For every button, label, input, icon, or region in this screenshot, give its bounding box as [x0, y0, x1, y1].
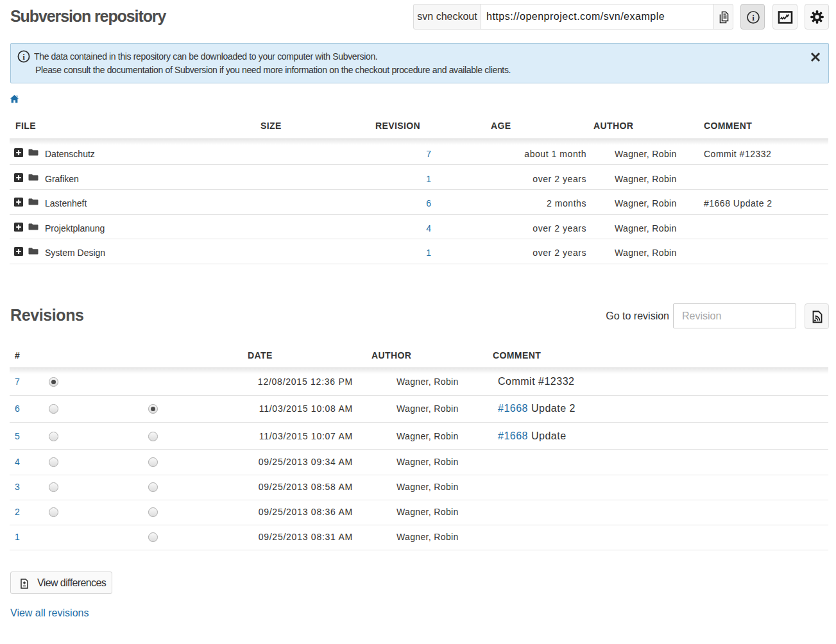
svg-text:i: i — [752, 13, 755, 22]
svg-text:i: i — [22, 52, 25, 62]
